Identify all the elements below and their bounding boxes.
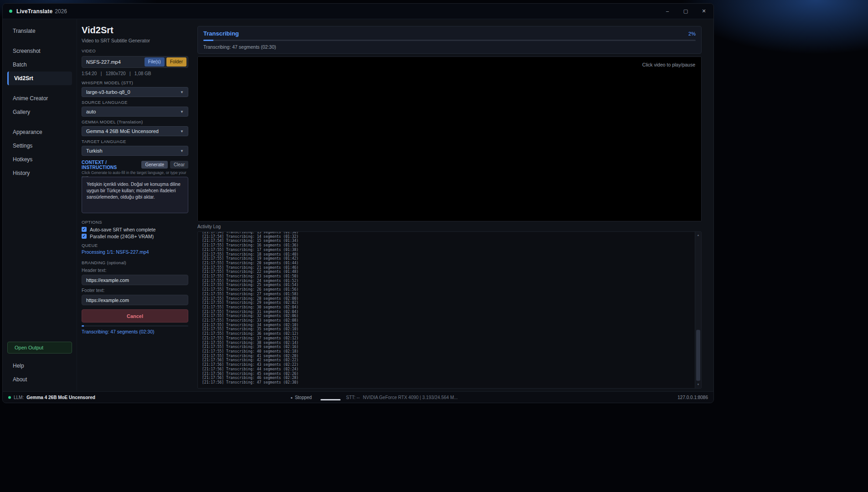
engine-state: ■ Stopped (291, 395, 312, 400)
log-line: [21:17:55] Transcribing: 28 segments (02… (202, 297, 691, 301)
maximize-icon[interactable]: ▢ (682, 8, 689, 14)
target-language-select[interactable]: Turkish ▼ (82, 146, 188, 156)
form-progress-fill (82, 325, 84, 327)
log-line: [21:17:55] Transcribing: 25 segments (01… (202, 283, 691, 287)
app-version-year: 2026 (55, 8, 67, 15)
chevron-down-icon: ▼ (180, 110, 184, 114)
sidebar-item-gallery[interactable]: Gallery (3, 105, 77, 119)
page-title: Vid2Srt (82, 25, 188, 36)
autosave-checkbox-row[interactable]: ✓ Auto-save SRT when complete (82, 226, 188, 232)
sidebar-item-hotkeys[interactable]: Hotkeys (3, 153, 77, 166)
log-line: [21:17:55] Transcribing: 17 segments (01… (202, 248, 691, 252)
queue-label: QUEUE (82, 243, 188, 248)
close-icon[interactable]: ✕ (701, 8, 707, 14)
log-line: [21:17:55] Transcribing: 30 segments (02… (202, 305, 691, 310)
generate-button[interactable]: Generate (141, 161, 168, 169)
statusbar: LLM: Gemma 4 26B MoE Uncensored ■ Stoppe… (3, 391, 713, 403)
clear-button[interactable]: Clear (170, 161, 188, 169)
app-logo-dot-icon (9, 10, 12, 13)
sidebar-item-batch[interactable]: Batch (3, 58, 77, 72)
gpu-info: NVIDIA GeForce RTX 4090 | 3.193/24.564 M… (363, 395, 458, 400)
target-language-value: Turkish (86, 148, 103, 154)
select-files-button[interactable]: File(s) (145, 57, 165, 67)
form-progress-status: Transcribing: 47 segments (02:30) (82, 329, 188, 334)
activity-log-panel: [21:17:54] Transcribing: 13 segments (01… (197, 231, 702, 389)
autosave-checkbox-label: Auto-save SRT when complete (90, 227, 155, 232)
log-line: [21:17:54] Transcribing: 14 segments (01… (202, 235, 691, 239)
log-line: [21:17:55] Transcribing: 19 segments (01… (202, 256, 691, 261)
log-line: [21:17:54] Transcribing: 15 segments (01… (202, 239, 691, 243)
source-language-label: SOURCE LANGUAGE (82, 100, 188, 105)
progress-status-line: Transcribing: 47 segments (02:30) (203, 44, 696, 50)
scrollbar-up-icon[interactable]: ▲ (695, 232, 701, 238)
whisper-model-select[interactable]: large-v3-turbo-q8_0 ▼ (82, 87, 188, 97)
context-textarea[interactable]: Yetişkin içerikli video. Doğal ve konuşm… (82, 177, 188, 213)
select-folder-button[interactable]: Folder (166, 57, 186, 67)
minimize-icon[interactable]: – (664, 8, 671, 14)
video-section-label: VIDEO (82, 48, 188, 53)
log-line: [21:17:55] Transcribing: 38 segments (02… (202, 341, 691, 345)
sidebar-item-settings[interactable]: Settings (3, 139, 77, 153)
chevron-down-icon: ▼ (180, 129, 184, 133)
gemma-model-select[interactable]: Gemma 4 26B MoE Uncensored ▼ (82, 126, 188, 136)
log-line: [21:17:55] Transcribing: 31 segments (02… (202, 310, 691, 314)
log-line: [21:17:56] Transcribing: 44 segments (02… (202, 367, 691, 372)
activity-log-label: Activity Log (197, 224, 702, 230)
sidebar-item-history[interactable]: History (3, 166, 77, 180)
scrollbar-thumb[interactable] (696, 330, 700, 381)
footer-text-input[interactable] (82, 295, 188, 305)
log-line: [21:17:55] Transcribing: 37 segments (02… (202, 336, 691, 341)
log-scrollbar[interactable]: ▲ ▼ (695, 232, 701, 388)
header-text-input[interactable] (82, 275, 188, 285)
sidebar-item-translate[interactable]: Translate (3, 24, 77, 38)
sidebar-group-gap (3, 85, 77, 92)
video-preview[interactable]: Click video to play/pause (197, 56, 702, 221)
log-line: [21:17:55] Transcribing: 26 segments (01… (202, 287, 691, 292)
transcription-progress-panel: Transcribing 2% Transcribing: 47 segment… (197, 26, 702, 54)
sidebar: Translate Screenshot Batch Vid2Srt Anime… (3, 19, 77, 392)
server-address: 127.0.0.1:8086 (677, 395, 708, 400)
sidebar-item-help[interactable]: Help (3, 359, 77, 373)
progress-percent: 2% (688, 31, 696, 36)
log-line: [21:17:55] Transcribing: 41 segments (02… (202, 354, 691, 359)
video-file-name[interactable]: NSFS-227.mp4 (86, 59, 143, 65)
header-text-label: Header text: (82, 268, 188, 273)
log-line: [21:17:55] Transcribing: 27 segments (01… (202, 292, 691, 297)
sidebar-item-about[interactable]: About (3, 373, 77, 386)
content-area: Vid2Srt Video to SRT Subtitle Generator … (77, 19, 713, 392)
app-window: LiveTranslate 2026 – ▢ ✕ Translate Scree… (2, 3, 714, 403)
stt-status: STT: -- (346, 395, 360, 400)
parallel-mode-checkbox-row[interactable]: ✓ Parallel mode (24GB+ VRAM) (82, 233, 188, 239)
stage-row: Transcribing 2% (203, 30, 696, 37)
sidebar-bottom: Open Output Help About (3, 342, 77, 386)
sidebar-item-screenshot[interactable]: Screenshot (3, 44, 77, 58)
llm-status: LLM: Gemma 4 26B MoE Uncensored (8, 395, 95, 400)
log-line: [21:17:56] Transcribing: 43 segments (02… (202, 363, 691, 367)
activity-log-lines: [21:17:54] Transcribing: 13 segments (01… (202, 231, 691, 385)
target-language-label: TARGET LANGUAGE (82, 139, 188, 144)
sidebar-item-vid2srt[interactable]: Vid2Srt (7, 72, 72, 85)
context-hint-text: Click Generate to auto-fill in the targe… (82, 170, 188, 175)
video-play-pause-hint: Click video to play/pause (642, 62, 695, 67)
log-line: [21:17:55] Transcribing: 18 segments (01… (202, 252, 691, 257)
sidebar-item-appearance[interactable]: Appearance (3, 125, 77, 139)
log-line: [21:17:55] Transcribing: 20 segments (01… (202, 261, 691, 266)
sidebar-item-anime-creator[interactable]: Anime Creator (3, 92, 77, 105)
log-line: [21:17:55] Transcribing: 32 segments (02… (202, 314, 691, 318)
main-progress-fill (203, 40, 213, 41)
main-panel: Transcribing 2% Transcribing: 47 segment… (197, 19, 702, 389)
vid2srt-form: Vid2Srt Video to SRT Subtitle Generator … (82, 19, 188, 334)
sidebar-group-gap (3, 119, 77, 125)
window-controls: – ▢ ✕ (664, 8, 707, 14)
source-language-select[interactable]: auto ▼ (82, 107, 188, 117)
checkbox-checked-icon[interactable]: ✓ (82, 234, 87, 239)
cancel-button[interactable]: Cancel (82, 309, 188, 323)
log-line: [21:17:56] Transcribing: 46 segments (02… (202, 376, 691, 380)
scrollbar-down-icon[interactable]: ▼ (695, 382, 701, 388)
options-label: OPTIONS (82, 220, 188, 225)
app-body: Translate Screenshot Batch Vid2Srt Anime… (3, 19, 713, 392)
stage-label: Transcribing (203, 30, 239, 37)
checkbox-checked-icon[interactable]: ✓ (82, 227, 87, 232)
open-output-button[interactable]: Open Output (7, 342, 72, 354)
branding-label: BRANDING (optional) (82, 260, 188, 265)
